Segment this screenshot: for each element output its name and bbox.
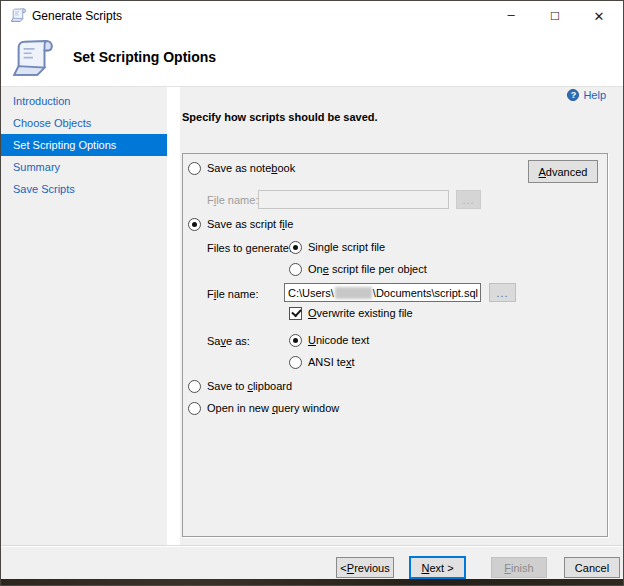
sidebar-item-choose-objects[interactable]: Choose Objects	[1, 112, 167, 134]
help-icon: ?	[567, 89, 579, 101]
sidebar-item-introduction[interactable]: Introduction	[1, 90, 167, 112]
close-button[interactable]: ✕	[577, 1, 621, 31]
file-name-input[interactable]: C:\Users\ \Documents\script.sql	[284, 283, 481, 302]
single-script-file-radio[interactable]	[289, 241, 302, 254]
finish-button: Finish	[491, 557, 547, 578]
advanced-button[interactable]: Advanced	[528, 160, 598, 183]
cancel-button[interactable]: Cancel	[564, 557, 620, 578]
help-link[interactable]: ? Help	[567, 89, 606, 101]
scroll-icon-large	[10, 36, 56, 82]
wizard-steps-nav: IntroductionChoose ObjectsSet Scripting …	[1, 90, 167, 200]
single-script-file-label[interactable]: Single script file	[308, 241, 385, 253]
files-to-generate-label: Files to generate:	[207, 242, 292, 254]
unicode-text-label[interactable]: Unicode text	[308, 334, 369, 346]
file-path-suffix: \Documents\script.sql	[373, 287, 478, 299]
instruction-text: Specify how scripts should be saved.	[182, 111, 378, 123]
save-as-label: Save as:	[207, 335, 250, 347]
file-name-label: File name:	[207, 288, 258, 300]
save-as-notebook-label[interactable]: Save as notebook	[207, 162, 295, 174]
desktop-background-strip	[1, 579, 623, 586]
previous-button[interactable]: < Previous	[336, 557, 394, 578]
window-controls: – ☐ ✕	[489, 1, 621, 31]
file-name-browse-button[interactable]: ...	[489, 283, 516, 302]
ansi-text-radio[interactable]	[289, 356, 302, 369]
overwrite-existing-label[interactable]: Overwrite existing file	[308, 307, 413, 319]
next-button[interactable]: Next >	[409, 556, 466, 579]
overwrite-existing-checkbox[interactable]	[289, 307, 302, 320]
sidebar-divider	[167, 87, 180, 545]
save-options-groupbox: Save as notebook Advanced File name: ...…	[182, 153, 608, 537]
help-label: Help	[583, 89, 606, 101]
redacted-username	[335, 287, 372, 299]
sidebar-item-set-scripting-options[interactable]: Set Scripting Options	[1, 134, 167, 156]
notebook-file-name-label: File name:	[207, 194, 258, 206]
save-as-notebook-radio[interactable]	[188, 162, 201, 175]
generate-scripts-window: Generate Scripts – ☐ ✕ Set Scripting Opt…	[0, 0, 624, 586]
wizard-body: IntroductionChoose ObjectsSet Scripting …	[1, 87, 623, 545]
ansi-text-label[interactable]: ANSI text	[308, 356, 355, 368]
scroll-icon	[10, 7, 27, 24]
notebook-file-name-input	[258, 190, 449, 209]
minimize-button[interactable]: –	[489, 1, 533, 31]
save-as-script-file-label[interactable]: Save as script file	[207, 218, 293, 230]
unicode-text-radio[interactable]	[289, 334, 302, 347]
page-title: Set Scripting Options	[73, 49, 216, 65]
one-file-per-object-label[interactable]: One script file per object	[308, 263, 427, 275]
open-in-new-query-label[interactable]: Open in new query window	[207, 402, 339, 414]
one-file-per-object-radio[interactable]	[289, 263, 302, 276]
save-as-script-file-radio[interactable]	[188, 218, 201, 231]
sidebar-item-summary[interactable]: Summary	[1, 156, 167, 178]
wizard-sidebar: IntroductionChoose ObjectsSet Scripting …	[1, 87, 167, 545]
file-path-prefix: C:\Users\	[288, 287, 334, 299]
open-in-new-query-radio[interactable]	[188, 402, 201, 415]
notebook-browse-button: ...	[456, 190, 481, 209]
save-to-clipboard-radio[interactable]	[188, 380, 201, 393]
sidebar-item-save-scripts[interactable]: Save Scripts	[1, 178, 167, 200]
save-to-clipboard-label[interactable]: Save to clipboard	[207, 380, 292, 392]
wizard-header: Set Scripting Options	[1, 31, 623, 87]
maximize-button[interactable]: ☐	[533, 1, 577, 31]
title-bar[interactable]: Generate Scripts – ☐ ✕	[1, 1, 623, 31]
window-title: Generate Scripts	[32, 9, 122, 23]
